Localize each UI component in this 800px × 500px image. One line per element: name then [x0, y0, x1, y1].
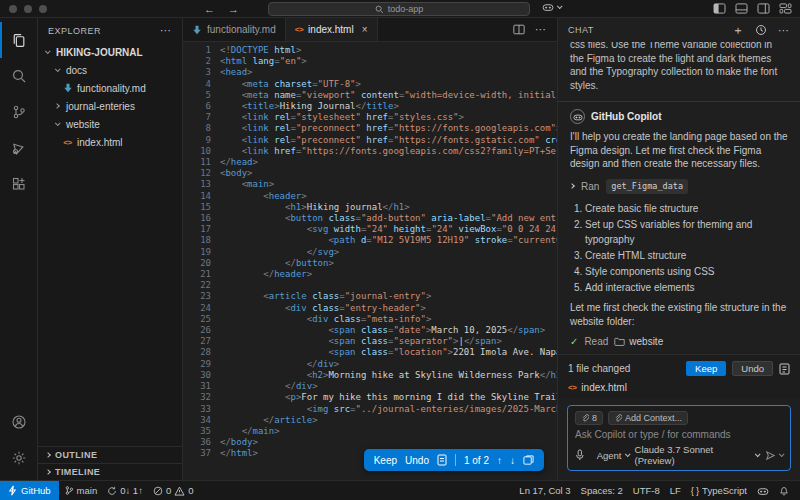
- timeline-section[interactable]: TIMELINE: [38, 463, 182, 480]
- vscode-window: ← → todo-app: [0, 0, 800, 500]
- code-line: 20 </button>: [183, 258, 557, 269]
- tree-item-website[interactable]: website: [38, 115, 182, 133]
- settings-gear-icon[interactable]: [0, 440, 38, 476]
- window-controls[interactable]: [9, 5, 47, 13]
- extensions-icon[interactable]: [0, 166, 38, 202]
- encoding-setting[interactable]: UTF-8: [628, 485, 665, 496]
- git-branch-icon: [64, 485, 74, 496]
- chat-history-icon[interactable]: [755, 24, 767, 36]
- view-diff-icon[interactable]: [779, 363, 790, 375]
- read-action-row[interactable]: ✓ Read website: [570, 335, 788, 349]
- customize-layout-icon[interactable]: [779, 3, 792, 14]
- code-line: 35 </main>: [183, 426, 557, 437]
- problems-indicator[interactable]: 0 0: [148, 485, 199, 496]
- tree-item-hiking-journal[interactable]: HIKING-JOURNAL: [38, 43, 182, 61]
- chevron-down-icon: [557, 3, 563, 9]
- mode-picker[interactable]: Agent: [597, 450, 629, 461]
- maximize-window-icon[interactable]: [39, 5, 47, 13]
- model-picker[interactable]: Claude 3.7 Sonnet (Preview): [635, 444, 759, 466]
- code-line: 5 <meta name="viewport" content="width=d…: [183, 90, 557, 101]
- tab-functionality-md[interactable]: functionality.md: [183, 18, 286, 41]
- copilot-icon: [757, 486, 769, 496]
- add-context-label: Add Context...: [625, 413, 682, 423]
- code-editor[interactable]: 1<!DOCTYPE html>2<html lang="en">3<head>…: [183, 42, 557, 480]
- microphone-icon[interactable]: [575, 449, 585, 461]
- chevron-down-icon: [755, 451, 761, 457]
- tree-item-docs[interactable]: docs: [38, 61, 182, 79]
- diff-file-icon[interactable]: [437, 454, 447, 466]
- indentation-setting[interactable]: Spaces: 2: [576, 485, 628, 496]
- explorer-icon[interactable]: [0, 22, 38, 58]
- notifications-bell[interactable]: [774, 485, 794, 496]
- code-line: 28 <span class="location">2201 Imola Ave…: [183, 347, 557, 358]
- tree-item-functionality-md[interactable]: functionality.md: [38, 79, 182, 97]
- sync-indicator[interactable]: 0↓ 1↑: [102, 485, 148, 496]
- chat-prompt-input[interactable]: [575, 429, 783, 440]
- tree-item-label: index.html: [77, 137, 123, 148]
- split-editor-icon[interactable]: [513, 24, 525, 35]
- back-button[interactable]: ←: [204, 3, 215, 15]
- explorer-more-actions-icon[interactable]: ⋯: [160, 24, 172, 37]
- titlebar: ← → todo-app: [0, 0, 800, 18]
- chat-more-actions-icon[interactable]: ⋯: [778, 24, 790, 37]
- chevron-down-icon: [52, 122, 62, 126]
- chevron-down-icon: [52, 68, 62, 72]
- tree-item-label: docs: [66, 65, 87, 76]
- previous-change-icon[interactable]: ↑: [497, 455, 502, 466]
- changed-file-row[interactable]: <> index.html: [568, 382, 790, 393]
- attachment-count: 8: [592, 413, 597, 423]
- code-line: 6 <title>Hiking Journal</title>: [183, 101, 557, 112]
- tool-run-row[interactable]: Ran get_Figma_data: [570, 179, 788, 195]
- activity-bar: [0, 18, 38, 480]
- keep-all-button[interactable]: Keep: [686, 361, 726, 376]
- chat-title: CHAT: [568, 25, 594, 35]
- attachment-count-chip[interactable]: 8: [575, 411, 603, 425]
- add-context-chip[interactable]: Add Context...: [608, 411, 688, 425]
- code-line: 30 <h2>Morning hike at Skyline Wildernes…: [183, 370, 557, 381]
- outline-section[interactable]: OUTLINE: [38, 446, 182, 463]
- remote-indicator[interactable]: GitHub: [0, 481, 59, 500]
- copilot-avatar-icon: [570, 109, 585, 124]
- search-view-icon[interactable]: [0, 58, 38, 94]
- chat-input-box[interactable]: 8 Add Context... Agent: [567, 405, 791, 471]
- toggle-primary-sidebar-icon[interactable]: [713, 3, 726, 14]
- timeline-label: TIMELINE: [55, 467, 100, 477]
- tree-item-index-html[interactable]: <>index.html: [38, 133, 182, 151]
- new-chat-icon[interactable]: ＋: [732, 22, 744, 39]
- toggle-secondary-sidebar-icon[interactable]: [757, 3, 770, 14]
- tree-item-label: journal-enteries: [66, 101, 135, 112]
- next-change-icon[interactable]: ↓: [510, 455, 515, 466]
- undo-button[interactable]: Undo: [405, 455, 429, 466]
- close-window-icon[interactable]: [9, 5, 17, 13]
- toggle-panel-icon[interactable]: [735, 3, 748, 14]
- assistant-intro: I'll help you create the landing page ba…: [570, 130, 788, 171]
- tab-index-html[interactable]: <> index.html ×: [286, 18, 378, 41]
- code-line: 4 <meta charset="UTF-8">: [183, 79, 557, 90]
- tab-label: index.html: [308, 24, 354, 35]
- undo-all-button[interactable]: Undo: [732, 361, 773, 376]
- command-center-search[interactable]: todo-app: [268, 2, 530, 16]
- open-diff-icon[interactable]: [523, 455, 534, 466]
- code-line: 11</head>: [183, 157, 557, 168]
- account-icon[interactable]: [0, 404, 38, 440]
- send-icon[interactable]: [765, 450, 776, 461]
- tree-item-journal-enteries[interactable]: journal-enteries: [38, 97, 182, 115]
- copilot-menu-button[interactable]: [542, 2, 561, 12]
- close-tab-icon[interactable]: ×: [362, 24, 368, 35]
- minimize-window-icon[interactable]: [24, 5, 32, 13]
- editor-more-actions-icon[interactable]: ⋯: [535, 23, 547, 36]
- branch-indicator[interactable]: main: [59, 485, 103, 496]
- code-line: 34 </article>: [183, 415, 557, 426]
- chevron-down-icon: [624, 451, 630, 457]
- braces-icon: { }: [691, 485, 699, 496]
- language-mode[interactable]: { } TypeScript: [686, 485, 752, 496]
- run-debug-icon[interactable]: [0, 130, 38, 166]
- forward-button[interactable]: →: [228, 3, 239, 15]
- copilot-status[interactable]: [752, 486, 774, 496]
- chevron-right-icon: [52, 104, 62, 108]
- keep-button[interactable]: Keep: [374, 455, 397, 466]
- source-control-icon[interactable]: [0, 94, 38, 130]
- eol-setting[interactable]: LF: [665, 485, 686, 496]
- cursor-position[interactable]: Ln 17, Col 3: [514, 485, 575, 496]
- folder-icon: [614, 337, 625, 346]
